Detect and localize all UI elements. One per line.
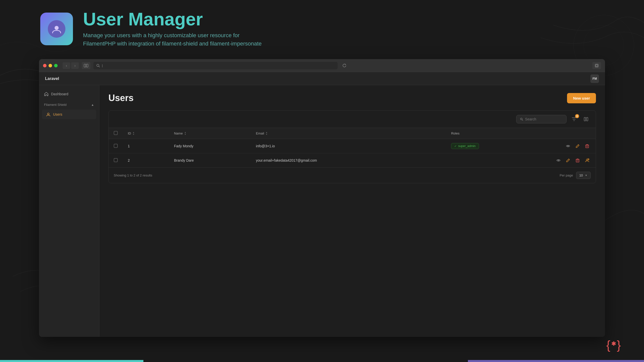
section-label: Filament Shield bbox=[44, 103, 67, 107]
col-name-header[interactable]: Name ▲▼ bbox=[169, 128, 251, 139]
table-row: 2 Brandy Dare your.email+fakedata42017@g… bbox=[109, 153, 596, 168]
svg-rect-4 bbox=[86, 64, 88, 67]
app-content: Laravel FM Dashboard Filament Shield ▲ bbox=[39, 72, 605, 337]
table-row: 1 Fady Mondy info@3×1.io ✓ super_admin bbox=[109, 139, 596, 153]
id-sort-icon: ▲▼ bbox=[133, 131, 135, 135]
row2-name: Brandy Dare bbox=[169, 153, 251, 168]
row2-roles bbox=[446, 153, 550, 168]
columns-icon bbox=[584, 117, 588, 121]
edit-button[interactable] bbox=[574, 143, 581, 150]
window-action-button[interactable] bbox=[592, 62, 601, 69]
table-toolbar: 0 bbox=[109, 111, 596, 128]
user-avatar[interactable]: FM bbox=[590, 74, 599, 83]
new-user-button[interactable]: New user bbox=[567, 93, 596, 103]
address-bar[interactable]: | bbox=[93, 62, 338, 69]
columns-button[interactable] bbox=[582, 115, 591, 124]
svg-text:{: { bbox=[606, 338, 610, 352]
per-page-selector: Per page 10 ▼ bbox=[560, 172, 591, 179]
select-all-header[interactable] bbox=[109, 128, 123, 139]
sidebar-section-filament-shield: Filament Shield ▲ bbox=[39, 99, 99, 109]
sidebar-section-header[interactable]: Filament Shield ▲ bbox=[44, 103, 94, 107]
row1-checkbox-cell[interactable] bbox=[109, 139, 123, 153]
main-layout: Dashboard Filament Shield ▲ Users bbox=[39, 85, 605, 337]
svg-rect-15 bbox=[586, 145, 589, 148]
header-section: User Manager Manage your users with a hi… bbox=[0, 0, 644, 58]
minimize-button[interactable] bbox=[49, 64, 52, 67]
trash-icon bbox=[576, 158, 579, 162]
page-header: Users New user bbox=[108, 93, 596, 103]
search-box[interactable] bbox=[516, 115, 567, 123]
svg-rect-8 bbox=[596, 65, 598, 66]
row1-name: Fady Mondy bbox=[169, 139, 251, 153]
maximize-button[interactable] bbox=[54, 64, 58, 67]
row1-checkbox[interactable] bbox=[114, 144, 118, 148]
svg-point-9 bbox=[48, 113, 49, 115]
bottom-right-logo: { ✱ } bbox=[606, 337, 624, 354]
svg-point-14 bbox=[568, 146, 569, 147]
impersonate-icon bbox=[585, 158, 589, 162]
search-input[interactable] bbox=[525, 117, 563, 121]
app-subtitle: Manage your users with a highly customiz… bbox=[83, 31, 262, 48]
col-id-header[interactable]: ID ▲▼ bbox=[123, 128, 169, 139]
row2-id: 2 bbox=[123, 153, 169, 168]
refresh-button[interactable] bbox=[341, 62, 348, 69]
col-actions-header bbox=[550, 128, 596, 139]
back-button[interactable]: ‹ bbox=[63, 62, 70, 69]
top-nav: Laravel FM bbox=[39, 72, 605, 85]
eye-icon bbox=[556, 159, 560, 162]
sidebar: Dashboard Filament Shield ▲ Users bbox=[39, 85, 99, 337]
traffic-lights bbox=[43, 64, 58, 67]
action-buttons bbox=[555, 143, 591, 150]
app-logo bbox=[40, 13, 73, 45]
chevron-up-icon: ▲ bbox=[91, 103, 94, 107]
check-circle-icon: ✓ bbox=[454, 145, 457, 148]
svg-rect-3 bbox=[84, 64, 86, 67]
page-title: Users bbox=[108, 93, 134, 103]
results-text: Showing 1 to 2 of 2 results bbox=[114, 173, 152, 177]
users-table: ID ▲▼ Name ▲▼ bbox=[109, 128, 596, 167]
impersonate-button[interactable] bbox=[584, 157, 591, 164]
filter-badge: 0 bbox=[575, 114, 579, 118]
svg-text:✱: ✱ bbox=[611, 341, 616, 347]
per-page-label: Per page bbox=[560, 173, 573, 177]
row1-actions bbox=[550, 139, 596, 153]
forward-button[interactable]: › bbox=[71, 62, 79, 69]
svg-line-6 bbox=[99, 66, 100, 67]
delete-button[interactable] bbox=[584, 143, 591, 150]
filament-logo: { ✱ } bbox=[606, 337, 624, 352]
delete-button[interactable] bbox=[574, 157, 581, 164]
address-cursor: | bbox=[102, 64, 103, 67]
col-email-header[interactable]: Email ▲▼ bbox=[251, 128, 446, 139]
svg-rect-20 bbox=[576, 159, 579, 162]
svg-point-19 bbox=[558, 160, 559, 161]
users-icon bbox=[46, 112, 51, 117]
row2-actions bbox=[550, 153, 596, 168]
filter-button[interactable]: 0 bbox=[570, 115, 579, 124]
close-button[interactable] bbox=[43, 64, 47, 67]
row1-email: info@3×1.io bbox=[251, 139, 446, 153]
view-button[interactable] bbox=[555, 157, 562, 164]
header-text: User Manager Manage your users with a hi… bbox=[83, 10, 262, 48]
row2-checkbox-cell[interactable] bbox=[109, 153, 123, 168]
browser-window: ‹ › | bbox=[39, 59, 605, 337]
select-all-checkbox[interactable] bbox=[114, 131, 118, 135]
svg-rect-12 bbox=[584, 117, 586, 121]
email-sort-icon: ▲▼ bbox=[266, 131, 268, 135]
edit-icon bbox=[576, 144, 580, 148]
edit-button[interactable] bbox=[565, 157, 572, 164]
bottom-bar-purple bbox=[468, 360, 644, 362]
per-page-dropdown[interactable]: 10 ▼ bbox=[576, 172, 591, 179]
dashboard-label: Dashboard bbox=[51, 92, 68, 96]
name-sort-icon: ▲▼ bbox=[184, 131, 186, 135]
trash-icon bbox=[585, 144, 589, 148]
row2-checkbox[interactable] bbox=[114, 158, 118, 162]
role-badge: ✓ super_admin bbox=[451, 143, 479, 149]
table-footer: Showing 1 to 2 of 2 results Per page 10 … bbox=[109, 167, 596, 183]
eye-icon bbox=[566, 145, 570, 148]
sidebar-item-users[interactable]: Users bbox=[42, 110, 96, 119]
row1-id: 1 bbox=[123, 139, 169, 153]
sidebar-item-dashboard[interactable]: Dashboard bbox=[39, 89, 99, 99]
col-roles-header: Roles bbox=[446, 128, 550, 139]
view-button[interactable] bbox=[565, 143, 572, 150]
layout-button[interactable] bbox=[82, 62, 90, 69]
